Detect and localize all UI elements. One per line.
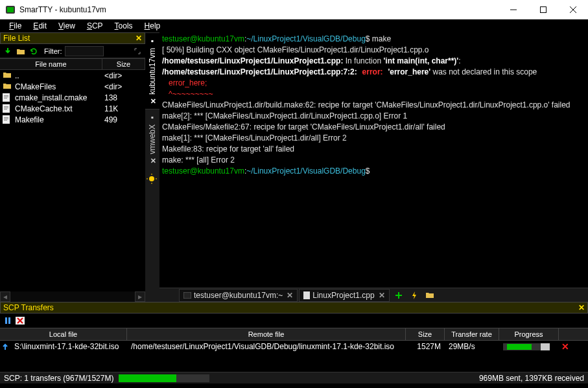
svg-rect-23 [183, 292, 191, 299]
menu-edit[interactable]: Edit [28, 21, 52, 31]
menu-help[interactable]: Help [139, 21, 166, 31]
file-icon [3, 104, 13, 113]
file-list-row[interactable]: Makefile499 [0, 114, 145, 125]
file-list-row[interactable]: cmake_install.cmake138 [0, 92, 145, 103]
folder-open-icon[interactable] [16, 46, 26, 56]
file-icon [3, 115, 13, 124]
document-tab-bar: testuser@kubuntu17vm:~ ✕ LinuxProject1.c… [159, 288, 588, 302]
scp-panel: SCP Transfers ✕ Local file Remote file S… [0, 302, 588, 372]
scp-remote: /home/testuser/LinuxProject1/VisualGDB/D… [127, 341, 406, 352]
vtab-kubuntu[interactable]: ✕ kubuntu17vm ▪ [145, 32, 159, 109]
terminal-icon: ▪ [148, 37, 157, 46]
scp-row[interactable]: S:\linuxmint-17.1-kde-32bit.iso /home/te… [0, 341, 588, 352]
svg-rect-10 [3, 104, 10, 113]
filter-label: Filter: [44, 47, 62, 55]
svg-rect-24 [303, 291, 310, 299]
svg-rect-9 [4, 98, 7, 98]
file-size: <dir> [102, 71, 145, 80]
svg-rect-16 [4, 119, 8, 119]
file-list-row[interactable]: CMakeCache.txt11K [0, 103, 145, 114]
file-list-close-icon[interactable]: ✕ [135, 34, 142, 43]
svg-rect-6 [3, 93, 10, 102]
file-list-panel: File List ✕ Filter: File name Size ..<di… [0, 32, 145, 302]
download-icon[interactable] [3, 46, 13, 56]
window-titlebar: SmarTTY - kubuntu17vm [0, 0, 588, 19]
svg-rect-1 [7, 7, 14, 12]
menu-tools[interactable]: Tools [110, 21, 138, 31]
file-tab-icon [303, 291, 310, 299]
menubar: File Edit View SCP Tools Help [0, 19, 588, 32]
status-progress [119, 374, 209, 382]
file-name: CMakeFiles [15, 82, 102, 91]
col-size[interactable]: Size [406, 328, 445, 340]
file-list-title: File List [3, 34, 30, 43]
status-right: 969MB sent, 1397KB received [479, 374, 584, 383]
cancel-transfer-icon[interactable]: ✕ [561, 341, 569, 352]
status-bar: SCP: 1 transfers (967M/1527M) 969MB sent… [0, 372, 588, 383]
cancel-icon[interactable] [16, 317, 25, 325]
folder-icon [3, 82, 13, 91]
pause-icon[interactable] [4, 317, 12, 325]
close-icon[interactable]: ✕ [287, 291, 293, 300]
window-minimize-button[interactable] [499, 0, 528, 19]
window-close-button[interactable] [558, 0, 588, 19]
svg-rect-12 [4, 108, 8, 108]
window-maximize-button[interactable] [528, 0, 558, 19]
menu-scp[interactable]: SCP [82, 21, 108, 31]
vtab-vmweb[interactable]: ✕ vmwebX ▪ [145, 109, 159, 168]
scp-header: SCP Transfers ✕ [0, 302, 588, 314]
col-rate[interactable]: Transfer rate [445, 328, 499, 340]
file-size: <dir> [102, 82, 145, 91]
terminal-output[interactable]: testuser@kubuntu17vm:~/LinuxProject1/Vis… [159, 32, 588, 288]
file-list-row[interactable]: ..<dir> [0, 70, 145, 81]
svg-rect-8 [4, 97, 8, 97]
sun-icon[interactable] [147, 174, 158, 185]
col-remote[interactable]: Remote file [127, 328, 406, 340]
col-progress[interactable]: Progress [499, 328, 559, 340]
terminal-tab-icon [183, 292, 191, 299]
svg-rect-14 [3, 115, 10, 124]
svg-rect-3 [541, 6, 547, 12]
close-icon[interactable]: ✕ [379, 291, 385, 300]
tab-file[interactable]: LinuxProject1.cpp ✕ [299, 289, 389, 302]
scp-title: SCP Transfers [3, 303, 54, 312]
scp-close-icon[interactable]: ✕ [578, 303, 585, 312]
file-name: .. [15, 71, 102, 80]
svg-rect-27 [5, 317, 7, 324]
upload-icon [0, 343, 10, 350]
tab-terminal[interactable]: testuser@kubuntu17vm:~ ✕ [179, 289, 298, 302]
expand-icon[interactable] [132, 46, 143, 56]
col-local[interactable]: Local file [0, 328, 127, 340]
file-list-scrollbar[interactable]: ◂▸ [0, 291, 145, 302]
col-filename[interactable]: File name [0, 59, 102, 69]
file-list-columns: File name Size [0, 58, 145, 70]
svg-rect-13 [4, 109, 7, 109]
file-size: 138 [102, 93, 145, 102]
lightning-icon[interactable] [408, 290, 421, 301]
col-size[interactable]: Size [102, 59, 145, 69]
scp-progress [499, 343, 559, 351]
folder-icon[interactable] [423, 290, 436, 301]
terminal-icon: ▪ [148, 113, 157, 122]
refresh-icon[interactable] [29, 46, 39, 56]
status-left: SCP: 1 transfers (967M/1527M) [4, 374, 113, 383]
terminal-panel: testuser@kubuntu17vm:~/LinuxProject1/Vis… [159, 32, 588, 302]
add-tab-button[interactable] [392, 290, 405, 301]
file-size: 11K [102, 104, 145, 113]
file-list-header: File List ✕ [0, 32, 145, 44]
vertical-tab-gutter: ✕ kubuntu17vm ▪ ✕ vmwebX ▪ [145, 32, 159, 302]
menu-file[interactable]: File [4, 21, 27, 31]
scp-rate: 29MB/s [445, 341, 499, 352]
file-size: 499 [102, 115, 145, 124]
filter-input[interactable] [65, 46, 104, 56]
file-list-row[interactable]: CMakeFiles<dir> [0, 81, 145, 92]
svg-rect-17 [4, 120, 7, 120]
svg-point-18 [149, 176, 154, 181]
menu-view[interactable]: View [53, 21, 80, 31]
window-title: SmarTTY - kubuntu17vm [19, 5, 499, 14]
folder-icon [3, 71, 13, 80]
app-icon [5, 5, 16, 15]
svg-rect-11 [4, 106, 8, 107]
file-name: cmake_install.cmake [15, 93, 102, 102]
scp-columns: Local file Remote file Size Transfer rat… [0, 328, 588, 341]
